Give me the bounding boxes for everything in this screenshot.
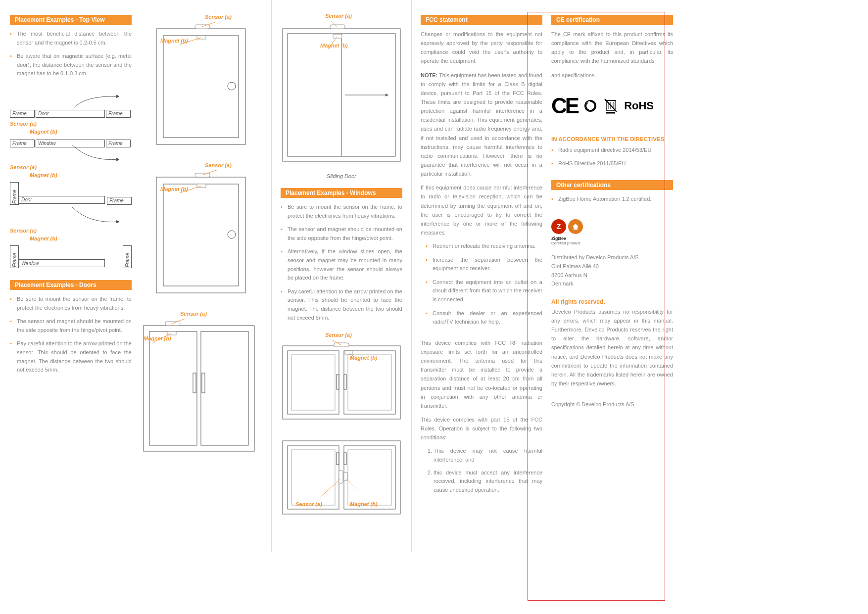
- label-magnet-b: Magnet (b): [30, 172, 57, 178]
- list-item: Pay careful attention to the arrow print…: [17, 339, 132, 374]
- doors-bullets: Be sure to mount the sensor on the frame…: [10, 295, 132, 379]
- diagram-sliding-door: Sensor (a) Magnet (b) Sliding Door: [281, 15, 402, 178]
- addr-line: Denmark: [551, 280, 673, 288]
- svg-rect-39: [337, 453, 339, 465]
- label-sensor-a: Sensor (a): [325, 13, 352, 19]
- label-magnet-b: Magnet (b): [350, 355, 378, 361]
- diagram-single-door-2: Sensor (a) Magnet (b): [141, 163, 262, 302]
- list-item: Connect the equipment into an outlet on …: [433, 278, 542, 304]
- list-item: RoHS Directive 2011/65/EU: [558, 159, 673, 168]
- svg-rect-34: [344, 446, 395, 509]
- label-magnet-b: Magnet (b): [320, 43, 348, 48]
- copyright: Copyright © Develco Products A/S: [551, 400, 673, 409]
- list-item: Reorient or relocate the receiving anten…: [433, 242, 542, 251]
- zigbee-sub: Certified product: [551, 241, 673, 245]
- heading-windows: Placement Examples - Windows: [281, 188, 402, 198]
- svg-rect-28: [334, 343, 349, 347]
- fcc-p2: This equipment has been tested and found…: [421, 72, 542, 177]
- top-view-bullets: The most beneficial distance between the…: [10, 30, 132, 83]
- addr-line: Distributed by Develco Products A/S: [551, 253, 673, 262]
- directives-bullets: Radio equipment directive 2014/53/EU RoH…: [551, 146, 673, 173]
- column-4: FCC statement Changes or modifications t…: [421, 15, 542, 537]
- svg-rect-12: [201, 331, 248, 445]
- label-sensor-a: Sensor (a): [180, 311, 207, 317]
- label-sensor-a: Sensor (a): [10, 228, 37, 234]
- column-3: Sensor (a) Magnet (b) Sliding Door Place…: [281, 15, 402, 537]
- heading-top-view: Placement Examples - Top View: [10, 15, 132, 25]
- svg-rect-27: [348, 355, 391, 410]
- list-item: Be sure to mount the sensor on the frame…: [288, 203, 402, 220]
- label-sensor-a: Sensor (a): [295, 501, 322, 507]
- fcc-measures: Reorient or relocate the receiving anten…: [421, 242, 542, 331]
- list-item: The sensor and magnet should be mounted …: [288, 225, 402, 242]
- label-sensor-a: Sensor (a): [10, 121, 37, 127]
- label-magnet-b: Magnet (b): [144, 335, 171, 341]
- note-label: NOTE:: [421, 72, 437, 78]
- diagram-top-view: Frame Door Frame Sensor (a) Magnet (b) F…: [10, 90, 132, 273]
- column-2: Sensor (a) Magnet (b) Sensor (a) Magnet …: [141, 15, 262, 537]
- windows-bullets: Be sure to mount the sensor on the frame…: [281, 203, 402, 327]
- list-item: Be aware that on magnetic surface (e.g. …: [17, 52, 132, 78]
- fcc-p1: Changes or modifications to the equipmen…: [421, 30, 542, 66]
- cert-icon-row: CE RoHS: [551, 94, 673, 118]
- svg-rect-14: [167, 331, 176, 335]
- svg-rect-1: [163, 36, 239, 138]
- list-item: Consult the dealer or an experienced rad…: [433, 309, 542, 327]
- heading-other-cert: Other certifications: [551, 180, 673, 190]
- zigbee-home-icon: [568, 219, 583, 234]
- label-magnet-b: Magnet (b): [350, 501, 378, 507]
- diagram-window-side: Sensor (a) Magnet (b): [281, 438, 402, 527]
- fcc-p4: This device complies with FCC RF radiati…: [421, 338, 542, 410]
- svg-rect-6: [163, 184, 239, 286]
- list-item: This device may not cause harmful interf…: [434, 447, 542, 464]
- svg-rect-29: [345, 351, 353, 354]
- heading-fcc: FCC statement: [421, 15, 542, 25]
- list-item: Alternatively, if the window slides open…: [288, 247, 402, 282]
- ce-p1: The CE mark affixed to this product conf…: [551, 30, 673, 66]
- list-item: Increase the separation between the equi…: [433, 256, 542, 273]
- label-magnet-b: Magnet (b): [160, 38, 188, 44]
- label-magnet-b: Magnet (b): [160, 186, 188, 192]
- svg-rect-16: [202, 373, 205, 393]
- zigbee-text: ZigBee: [551, 236, 673, 241]
- heading-ce: CE certification: [551, 15, 673, 25]
- addr-line: Olof Palmes Allé 40: [551, 262, 673, 271]
- svg-rect-15: [193, 373, 196, 393]
- label-window: Window: [19, 259, 105, 267]
- svg-rect-21: [333, 35, 342, 38]
- list-item: Be sure to mount the sensor on the frame…: [17, 295, 132, 312]
- ce-mark-icon: CE: [551, 94, 578, 118]
- svg-rect-33: [288, 446, 339, 509]
- ce-p2: and specifications.: [551, 71, 673, 80]
- rohs-label: RoHS: [624, 99, 654, 112]
- directives-heading: IN ACCORDANCE WITH THE DIRECTIVES: [551, 136, 673, 142]
- column-divider: [271, 0, 272, 552]
- diagram-double-door: Sensor (a) Magnet (b): [141, 312, 262, 460]
- list-item: Radio equipment directive 2014/53/EU: [558, 146, 673, 155]
- svg-rect-10: [144, 326, 254, 451]
- list-item: this device must accept any interference…: [434, 469, 542, 495]
- svg-rect-26: [291, 355, 335, 410]
- svg-rect-0: [156, 29, 245, 144]
- svg-point-4: [228, 82, 236, 90]
- fcc-conditions: This device may not cause harmful interf…: [421, 447, 542, 498]
- label-frame: Frame: [10, 140, 35, 147]
- zigbee-z-icon: Z: [551, 219, 566, 234]
- label-sensor-a: Sensor (a): [325, 332, 352, 338]
- label-frame: Frame: [10, 182, 19, 205]
- svg-point-9: [228, 231, 236, 238]
- label-frame: Frame: [10, 110, 35, 118]
- column-divider: [411, 0, 412, 552]
- list-item: The sensor and magnet should be mounted …: [17, 317, 132, 334]
- diagram-single-door-1: Sensor (a) Magnet (b): [141, 15, 262, 153]
- weee-bin-icon: [603, 97, 618, 114]
- zigbee-badge: Z: [551, 219, 673, 234]
- label-magnet-b: Magnet (b): [30, 236, 57, 241]
- label-magnet-b: Magnet (b): [30, 129, 57, 135]
- svg-rect-5: [156, 177, 245, 293]
- rights-body: Develco Products assumes no responsibili…: [551, 307, 673, 388]
- svg-rect-30: [337, 375, 339, 389]
- svg-rect-23: [283, 346, 400, 419]
- rights-heading: All rights reserved.: [551, 298, 673, 305]
- svg-rect-40: [344, 453, 346, 465]
